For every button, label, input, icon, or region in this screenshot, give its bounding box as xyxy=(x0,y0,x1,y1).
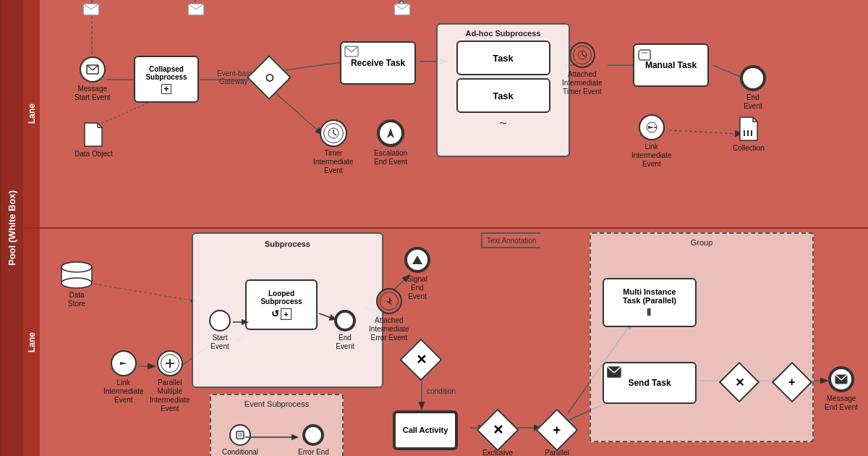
message-end-label: MessageEnd Event xyxy=(825,394,858,412)
link-intermediate-lane2[interactable]: LinkIntermediateEvent xyxy=(103,350,144,405)
event-subprocess-box[interactable]: Event Subprocess ConditionalStart Event xyxy=(210,394,344,456)
svg-text:condition: condition xyxy=(427,387,456,395)
attached-timer-event[interactable]: AttachedIntermediateTimer Event xyxy=(562,42,603,96)
lane-1: Lane Event-based xyxy=(22,0,868,229)
collection-label: Collection xyxy=(733,144,765,153)
error-end-event[interactable]: Error EndEvent xyxy=(298,424,329,456)
svg-line-22 xyxy=(196,4,204,9)
attached-timer-label: AttachedIntermediateTimer Event xyxy=(562,70,603,96)
lane-1-content: Event-based Gateway xyxy=(40,0,868,227)
sub-start-event[interactable]: StartEvent xyxy=(209,310,231,351)
escalation-end-event[interactable]: EscalationEnd Event xyxy=(374,119,407,166)
event-based-gateway[interactable]: ⬡ xyxy=(251,59,287,96)
call-activity[interactable]: Call Activity xyxy=(393,408,458,452)
svg-rect-17 xyxy=(83,4,99,15)
subprocess-title: Subprocess xyxy=(199,240,376,248)
svg-line-24 xyxy=(394,4,402,9)
svg-rect-20 xyxy=(188,4,204,15)
ad-hoc-subprocess[interactable]: Ad-hoc Subprocess Task Task ~ xyxy=(436,23,570,157)
svg-text:Gateway: Gateway xyxy=(219,77,247,85)
message-end-event[interactable]: MessageEnd Event xyxy=(825,366,858,412)
pool-label: Pool (White Box) xyxy=(0,0,22,456)
subprocess-box[interactable]: Subprocess StartEvent Looped Subprocess … xyxy=(192,232,383,388)
attached-error-event[interactable]: AttachedIntermediateError Event xyxy=(369,288,409,342)
svg-point-65 xyxy=(61,262,92,272)
data-store[interactable]: DataStore xyxy=(60,261,93,308)
svg-line-18 xyxy=(83,4,91,9)
group-title: Group xyxy=(595,238,808,247)
svg-line-46 xyxy=(89,283,195,301)
link-intermediate-label2: LinkIntermediateEvent xyxy=(103,379,144,405)
ad-hoc-title: Ad-hoc Subprocess xyxy=(442,29,564,38)
group-box: Group xyxy=(590,232,814,442)
conditional-start[interactable]: ConditionalStart Event xyxy=(222,424,258,456)
link-intermediate-lane1[interactable]: LinkIntermediateEvent xyxy=(631,114,672,169)
exclusive-gateway-3[interactable]: ✕ xyxy=(723,366,755,398)
lane-2-content: condition xyxy=(40,229,868,456)
timer-intermediate-label: TimerIntermediateEvent xyxy=(313,149,354,175)
svg-marker-75 xyxy=(412,256,422,264)
svg-marker-3 xyxy=(397,0,406,6)
svg-line-21 xyxy=(188,4,196,9)
lane-2: Lane xyxy=(22,229,868,456)
send-task[interactable]: Send Task xyxy=(603,359,697,406)
svg-line-70 xyxy=(319,313,335,319)
svg-line-15 xyxy=(669,130,741,134)
error-end-label: Error EndEvent xyxy=(298,448,329,456)
exclusive-gateway-2[interactable]: ✕ ExclusiveGateway xyxy=(481,413,514,456)
manual-task[interactable]: Manual Task xyxy=(633,40,709,90)
svg-rect-23 xyxy=(394,4,410,15)
svg-line-34 xyxy=(333,133,336,135)
signal-end-event[interactable]: SignalEndEvent xyxy=(404,247,430,301)
pool-content: Lane Event-based xyxy=(22,0,868,456)
attached-error-label: AttachedIntermediateError Event xyxy=(369,316,409,342)
event-subprocess-title: Event Subprocess xyxy=(216,400,338,408)
parallel-multiple-label: ParallelMultipleIntermediateEvent xyxy=(150,379,190,413)
parallel-gateway[interactable]: + ParallelGateway xyxy=(540,413,574,456)
end-event-lane1[interactable]: EndEvent xyxy=(740,65,766,111)
timer-intermediate-event[interactable]: TimerIntermediateEvent xyxy=(313,119,354,175)
looped-subprocess[interactable]: Looped Subprocess ↺+ xyxy=(245,274,318,335)
svg-line-9 xyxy=(284,62,347,70)
sub-end-event[interactable]: EndEvent xyxy=(334,310,356,351)
svg-rect-71 xyxy=(237,431,244,439)
svg-marker-35 xyxy=(387,128,394,138)
svg-point-64 xyxy=(61,278,92,288)
sub-start-label: StartEvent xyxy=(210,334,229,351)
message-start-event[interactable]: MessageStart Event xyxy=(75,56,110,102)
exclusive-gateway-1[interactable]: ✕ xyxy=(404,343,438,376)
lane-1-label: Lane xyxy=(22,0,40,227)
end-event-lane1-label: EndEvent xyxy=(744,93,762,111)
data-object-label: Data Object xyxy=(75,150,113,159)
message-start-label: MessageStart Event xyxy=(75,85,110,102)
escalation-end-label: EscalationEnd Event xyxy=(374,149,407,166)
svg-line-38 xyxy=(582,55,585,56)
sub-end-label: EndEvent xyxy=(336,334,354,351)
data-object[interactable]: Data Object xyxy=(75,122,113,159)
data-store-label: DataStore xyxy=(68,291,85,308)
multi-instance-task[interactable]: Multi Instance Task (Parallel) ⦀ xyxy=(603,274,697,332)
signal-end-label: SignalEndEvent xyxy=(407,275,427,301)
parallel-gateway-2[interactable]: + xyxy=(776,366,808,398)
conditional-start-label: ConditionalStart Event xyxy=(222,448,258,456)
pool: Pool (White Box) Lane xyxy=(0,0,868,456)
link-intermediate-label1: LinkIntermediateEvent xyxy=(631,143,672,169)
lane-2-label: Lane xyxy=(22,229,40,456)
receive-task[interactable]: Receive Task xyxy=(340,38,416,88)
parallel-multiple-intermediate[interactable]: ParallelMultipleIntermediateEvent xyxy=(150,350,190,413)
svg-line-19 xyxy=(91,4,99,9)
svg-marker-66 xyxy=(120,362,127,365)
svg-line-25 xyxy=(402,4,410,9)
svg-marker-41 xyxy=(648,126,654,129)
text-annotation: Text Annotation xyxy=(481,232,540,248)
collection[interactable]: Collection xyxy=(733,116,765,153)
collapsed-subprocess[interactable]: Collapsed Subprocess + xyxy=(134,52,199,106)
